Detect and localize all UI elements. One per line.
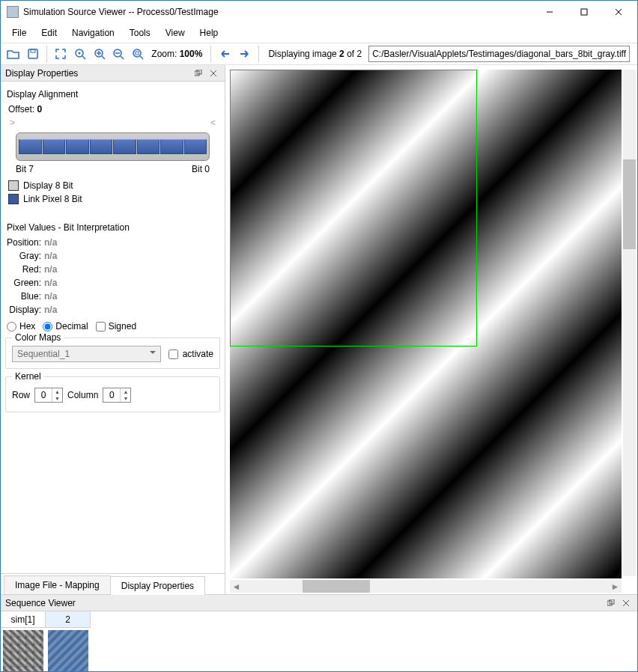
close-button[interactable] xyxy=(601,1,636,23)
main-area: Display Properties Display Alignment Off… xyxy=(1,65,637,594)
swatch-blue-icon xyxy=(8,194,19,204)
vertical-scrollbar-thumb[interactable] xyxy=(623,159,636,249)
menu-navigation[interactable]: Navigation xyxy=(65,25,121,40)
close-panel-button[interactable] xyxy=(207,67,220,80)
window-title: Simulation Source Viewer -- Process0/Tes… xyxy=(23,7,532,17)
prev-image-button[interactable] xyxy=(216,44,234,64)
menubar: File Edit Navigation Tools View Help xyxy=(1,23,637,43)
sequence-item-1[interactable]: 2 xyxy=(46,611,91,672)
pixel-values-heading: Pixel Values - Bit Interpretation xyxy=(5,219,220,236)
bit-shift-left-button[interactable]: < xyxy=(210,117,216,128)
titlebar: Simulation Source Viewer -- Process0/Tes… xyxy=(1,1,637,23)
sequence-thumb-1 xyxy=(48,630,88,672)
sequence-viewer-panel: Sequence Viewer sim[1] 2 xyxy=(1,594,637,671)
separator xyxy=(46,46,47,62)
zoom-reset-button[interactable] xyxy=(72,44,89,64)
colormaps-group: Color Maps Sequential_1 activate xyxy=(5,337,220,369)
svg-line-10 xyxy=(102,56,105,59)
menu-view[interactable]: View xyxy=(159,25,192,40)
horizontal-scrollbar[interactable]: ◄ ► xyxy=(230,580,622,593)
minimize-button[interactable] xyxy=(532,1,567,23)
tab-display-properties[interactable]: Display Properties xyxy=(110,576,205,595)
kernel-col-spinner[interactable]: ▲▼ xyxy=(103,388,131,403)
tab-image-file-mapping[interactable]: Image File - Mapping xyxy=(4,575,111,594)
svg-line-14 xyxy=(121,56,124,59)
sequence-viewer-title: Sequence Viewer xyxy=(5,598,603,608)
value-position: n/a xyxy=(44,237,57,248)
sequence-thumb-0 xyxy=(3,630,43,672)
image-path-field[interactable]: C:/Basler/VisualApplets/Testimages/diago… xyxy=(368,46,630,62)
toolbar: Zoom: 100% Displaying image 2 of 2 C:/Ba… xyxy=(1,43,637,65)
scroll-left-button[interactable]: ◄ xyxy=(230,580,243,593)
kernel-col-label: Column xyxy=(67,390,98,400)
bit-bar[interactable] xyxy=(5,129,220,162)
kernel-group: Kernel Row ▲▼ Column ▲▼ xyxy=(5,376,220,412)
legend-link-pixel-8bit: Link Pixel 8 Bit xyxy=(5,192,220,206)
legend-display-8bit: Display 8 Bit xyxy=(5,179,220,192)
offset-row: Offset: 0 xyxy=(5,103,220,116)
bit-lo-label: Bit 0 xyxy=(192,164,210,174)
app-icon xyxy=(7,6,19,18)
sequence-item-0[interactable]: sim[1] xyxy=(1,611,46,672)
swatch-gray-icon xyxy=(8,180,19,191)
zoom-out-button[interactable] xyxy=(110,44,127,64)
offset-label: Offset: xyxy=(8,104,37,114)
sequence-body: sim[1] 2 xyxy=(1,611,637,671)
value-gray: n/a xyxy=(44,251,57,261)
bit-hi-label: Bit 7 xyxy=(16,164,34,174)
kernel-row-spinner[interactable]: ▲▼ xyxy=(34,388,63,403)
panel-title: Display Properties xyxy=(5,68,190,79)
svg-rect-18 xyxy=(136,52,139,55)
next-image-button[interactable] xyxy=(236,44,253,64)
svg-line-7 xyxy=(82,56,85,59)
menu-edit[interactable]: Edit xyxy=(34,25,64,40)
fit-button[interactable] xyxy=(52,44,70,64)
svg-rect-4 xyxy=(28,49,37,58)
colormap-activate-checkbox[interactable]: activate xyxy=(168,349,213,359)
menu-file[interactable]: File xyxy=(5,25,33,40)
svg-line-17 xyxy=(140,56,143,59)
bit-nav-row: > < xyxy=(5,116,220,129)
value-blue: n/a xyxy=(44,291,57,302)
horizontal-scrollbar-thumb[interactable] xyxy=(303,580,370,593)
vertical-scrollbar[interactable] xyxy=(623,70,636,576)
value-display: n/a xyxy=(44,305,57,315)
open-button[interactable] xyxy=(5,44,22,64)
separator xyxy=(258,46,259,62)
radio-decimal[interactable]: Decimal xyxy=(43,321,88,332)
zoom-label: Zoom: 100% xyxy=(148,49,205,59)
image-canvas[interactable] xyxy=(230,70,622,578)
pixel-values-grid: Position:n/a Gray:n/a Red:n/a Green:n/a … xyxy=(5,236,220,317)
scroll-right-button[interactable]: ► xyxy=(609,580,622,593)
bit-shift-right-button[interactable]: > xyxy=(10,117,15,128)
left-panel-tabs: Image File - Mapping Display Properties xyxy=(1,573,225,594)
maximize-button[interactable] xyxy=(567,1,601,23)
menu-help[interactable]: Help xyxy=(193,25,225,40)
offset-value: 0 xyxy=(37,104,42,114)
detach-sequence-button[interactable] xyxy=(604,596,618,610)
checkbox-signed[interactable]: Signed xyxy=(96,321,136,332)
radio-hex[interactable]: Hex xyxy=(7,321,35,332)
detach-panel-button[interactable] xyxy=(192,67,205,80)
image-index-label: Displaying image 2 of 2 xyxy=(264,49,366,59)
kernel-row-label: Row xyxy=(12,390,30,400)
save-button[interactable] xyxy=(25,44,42,64)
display-alignment-heading: Display Alignment xyxy=(5,86,220,103)
left-panel: Display Properties Display Alignment Off… xyxy=(1,65,225,594)
separator xyxy=(210,46,211,62)
sequence-viewer-header: Sequence Viewer xyxy=(1,595,637,611)
colormap-select[interactable]: Sequential_1 xyxy=(12,346,161,362)
kernel-legend: Kernel xyxy=(12,371,44,382)
svg-rect-1 xyxy=(581,9,587,15)
value-red: n/a xyxy=(44,264,57,275)
zoom-in-button[interactable] xyxy=(91,44,108,64)
menu-tools[interactable]: Tools xyxy=(123,25,157,40)
close-sequence-button[interactable] xyxy=(619,596,633,610)
zoom-region-button[interactable] xyxy=(130,44,147,64)
svg-point-16 xyxy=(133,49,141,57)
selection-rectangle[interactable] xyxy=(230,70,477,346)
panel-body: Display Alignment Offset: 0 > < Bit 7 Bi… xyxy=(1,82,225,573)
colormaps-legend: Color Maps xyxy=(12,332,64,343)
svg-point-8 xyxy=(79,52,81,55)
bit-labels: Bit 7 Bit 0 xyxy=(5,162,220,179)
